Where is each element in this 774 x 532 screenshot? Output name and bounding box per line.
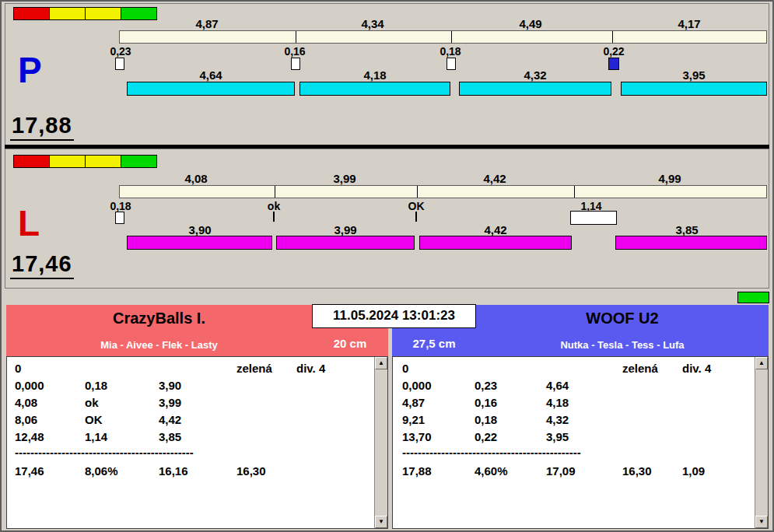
dog-time-bar — [299, 82, 450, 96]
cell-cumulative: 4,08 — [15, 396, 37, 409]
cross-time-label: OK — [408, 200, 425, 212]
dog-time-label: 3,85 — [675, 223, 698, 236]
cell-cross: 0,18 — [85, 379, 107, 392]
cross-tick — [415, 212, 417, 222]
segment-divider — [612, 31, 613, 43]
dog-time-bar — [127, 236, 272, 250]
cell-cumulative: 9,21 — [402, 413, 425, 426]
segment-divider — [574, 186, 575, 198]
separator-dashes: ----------------------------------------… — [15, 446, 194, 459]
scroll-up-button[interactable]: ▲ — [755, 357, 768, 369]
green-status-marker — [737, 292, 769, 303]
scroll-up-button[interactable]: ▲ — [375, 357, 387, 369]
scroll-down-icon: ▼ — [758, 518, 765, 525]
dog-time-bar — [459, 82, 611, 96]
cell-cross: 0,18 — [475, 413, 497, 426]
cross-tick — [273, 212, 275, 222]
scrollbar[interactable]: ▲ ▼ — [755, 357, 768, 528]
cell-dog-time: 4,18 — [546, 396, 569, 409]
cell-dog-time: 3,95 — [546, 430, 569, 443]
team-lineup: Nutka - Tesla - Tess - Lufa — [476, 339, 769, 351]
cell-cross: 1,14 — [85, 430, 107, 443]
team-lineup: Mia - Aivee - Flek - Lasty — [6, 339, 312, 351]
cell-dog-time: 3,85 — [159, 430, 181, 443]
segment-divider — [296, 31, 296, 43]
split-time-label: 4,49 — [519, 17, 541, 30]
cell-cumulative: 12,48 — [15, 430, 44, 443]
light-yellow2-icon — [85, 155, 121, 168]
cell-total: 17,46 — [15, 464, 44, 478]
cell-record: 16,30 — [236, 464, 266, 478]
dog-time-bar — [276, 236, 415, 250]
cell-color: zelená — [622, 362, 658, 375]
cross-time-label: ok — [268, 200, 280, 212]
split-time-label: 4,87 — [195, 17, 218, 30]
cell-cumulative: 0,000 — [15, 379, 44, 392]
cell-cross: 0,23 — [475, 379, 497, 392]
scroll-up-icon: ▲ — [758, 359, 765, 366]
scrollbar[interactable]: ▲ ▼ — [374, 357, 387, 528]
light-red-icon — [13, 155, 50, 168]
segment-divider — [275, 186, 275, 198]
split-time-label: 4,42 — [483, 172, 506, 185]
segment-divider — [417, 186, 418, 198]
flyball-timing-window: P 4,87 4,34 4,49 4,17 0,23 0,16 0,18 0,2… — [0, 0, 774, 532]
cell-division: div. 4 — [682, 362, 711, 375]
cell-color: zelená — [236, 362, 272, 375]
cell-start: 0 — [402, 362, 408, 375]
split-bar-p — [119, 30, 767, 44]
cell-start: 0 — [15, 362, 21, 375]
cell-diff: 1,09 — [682, 464, 705, 478]
cell-division: div. 4 — [296, 362, 325, 375]
cell-cumulative: 0,000 — [402, 379, 432, 392]
cross-indicator — [115, 212, 124, 224]
cell-cross: 0,16 — [475, 396, 497, 409]
team-right-results: 0 zelená div. 4 0,000 0,23 4,64 4,87 0,1… — [392, 356, 769, 529]
lane-total-time-l: 17,46 — [10, 251, 74, 279]
segment-divider — [451, 31, 452, 43]
split-time-label: 4,17 — [678, 17, 700, 30]
dog-time-bar — [621, 82, 767, 96]
light-green-icon — [121, 7, 157, 20]
jump-height: 20 cm — [312, 337, 388, 350]
cell-cross: 0,22 — [475, 430, 497, 443]
cell-cumulative: 4,87 — [402, 396, 425, 409]
start-lights-l — [13, 155, 156, 168]
light-red-icon — [13, 7, 50, 20]
light-green-icon — [121, 155, 157, 168]
split-time-label: 4,08 — [184, 172, 207, 185]
dog-time-label: 4,64 — [199, 68, 222, 82]
scroll-up-icon: ▲ — [378, 359, 384, 366]
split-time-label: 4,34 — [361, 17, 383, 30]
cross-time-label: 0,18 — [110, 200, 131, 212]
scroll-down-button[interactable]: ▼ — [375, 516, 387, 528]
cell-percent: 8,06% — [85, 464, 118, 478]
cross-indicator — [447, 58, 456, 70]
light-yellow2-icon — [85, 7, 121, 20]
lane-letter-p: P — [18, 52, 42, 88]
dog-time-label: 4,42 — [484, 223, 506, 236]
cross-time-label: 0,23 — [110, 45, 131, 58]
cross-time-label: 0,18 — [440, 45, 461, 58]
cross-time-label: 0,16 — [284, 45, 305, 58]
cell-percent: 4,60% — [475, 464, 508, 478]
start-lights-p — [13, 7, 156, 20]
cell-net-time: 16,16 — [159, 464, 188, 478]
dog-time-label: 3,95 — [682, 68, 705, 82]
cell-cross: OK — [85, 413, 103, 426]
dog-time-label: 4,32 — [524, 68, 546, 82]
scroll-down-button[interactable]: ▼ — [755, 516, 768, 528]
light-yellow1-icon — [49, 7, 86, 20]
scroll-down-icon: ▼ — [378, 518, 384, 525]
light-yellow1-icon — [49, 155, 86, 168]
cell-dog-time: 4,42 — [159, 413, 181, 426]
cell-cumulative: 8,06 — [15, 413, 37, 426]
cross-indicator-active — [608, 58, 619, 70]
team-name: WOOF U2 — [476, 310, 769, 327]
lane-total-time-p: 17,88 — [10, 113, 74, 141]
cell-cumulative: 13,70 — [402, 430, 432, 443]
team-name: CrazyBalls I. — [6, 310, 312, 327]
cross-indicator — [291, 58, 300, 70]
dog-time-label: 3,99 — [334, 223, 356, 236]
dog-time-bar — [127, 82, 295, 96]
